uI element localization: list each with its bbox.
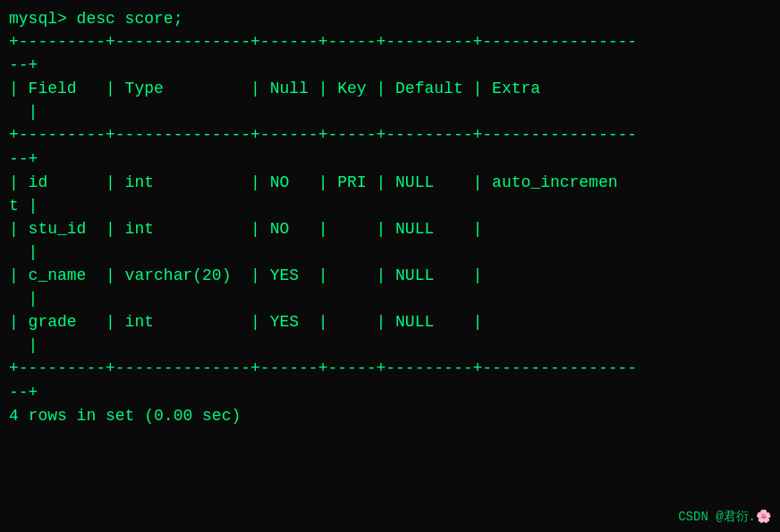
line-cname-2: | xyxy=(9,287,771,310)
line-separator-mid-1: +---------+--------------+------+-----+-… xyxy=(9,123,771,147)
line-cname-1: | c_name | varchar(20) | YES | | NULL | xyxy=(9,264,771,287)
line-separator-bot-2: --+ xyxy=(9,381,771,404)
line-grade-1: | grade | int | YES | | NULL | xyxy=(9,310,771,334)
line-stuid-2: | xyxy=(9,241,771,264)
line-separator-top-1: +---------+--------------+------+-----+-… xyxy=(9,30,771,54)
watermark: CSDN @君衍.🌸 xyxy=(678,509,771,525)
line-header-2: | xyxy=(9,100,771,123)
line-stuid-1: | stu_id | int | NO | | NULL | xyxy=(9,217,771,241)
line-header-1: | Field | Type | Null | Key | Default | … xyxy=(9,77,771,100)
line-id-1: | id | int | NO | PRI | NULL | auto_incr… xyxy=(9,171,771,194)
line-result: 4 rows in set (0.00 sec) xyxy=(9,404,771,427)
line-id-2: t | xyxy=(9,194,771,217)
line-separator-top-2: --+ xyxy=(9,54,771,77)
line-separator-mid-2: --+ xyxy=(9,148,771,171)
terminal: mysql> desc score; +---------+----------… xyxy=(0,0,780,532)
line-1: mysql> desc score; xyxy=(9,7,771,30)
line-separator-bot-1: +---------+--------------+------+-----+-… xyxy=(9,357,771,380)
line-grade-2: | xyxy=(9,334,771,357)
